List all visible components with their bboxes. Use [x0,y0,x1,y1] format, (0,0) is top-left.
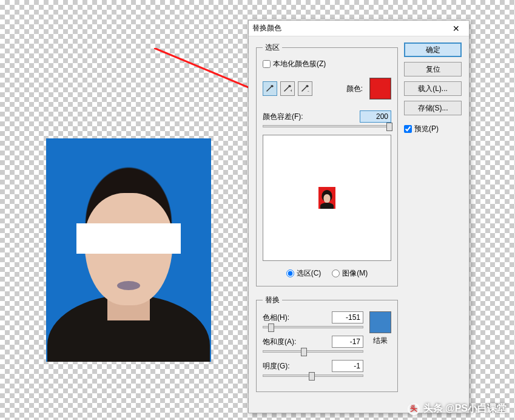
result-label: 结果 [373,336,388,346]
fuzziness-slider-thumb[interactable] [386,123,392,131]
ok-button[interactable]: 确定 [404,42,462,57]
preview-thumb-face [324,194,331,203]
close-icon: ✕ [453,24,460,33]
eyedropper-add-button[interactable]: + [280,81,295,96]
svg-text:-: - [308,88,309,93]
hue-slider[interactable] [263,326,363,328]
preview-thumb-body [320,203,334,209]
localized-checkbox-row[interactable]: 本地化颜色簇(Z) [263,59,391,69]
radio-image[interactable] [332,269,340,277]
fuzziness-input[interactable] [360,110,391,123]
reset-button[interactable]: 复位 [404,62,462,76]
radio-selection-label: 选区(C) [297,268,321,279]
replace-legend: 替换 [263,295,282,305]
replace-group: 替换 色相(H): 饱和度(A): [256,295,398,392]
svg-text:+: + [290,88,292,93]
radio-selection-row[interactable]: 选区(C) [286,268,321,279]
eyedropper-subtract-button[interactable]: - [298,81,312,96]
reset-button-label: 复位 [426,64,440,75]
selection-legend: 选区 [263,42,282,53]
eyedropper-icon [266,84,274,93]
result-color-swatch[interactable] [369,311,391,333]
eyedropper-button[interactable] [263,81,277,96]
radio-image-row[interactable]: 图像(M) [332,268,368,279]
hue-slider-thumb[interactable] [268,323,274,332]
save-button-label: 存储(S)... [418,103,448,113]
main-photo [46,138,211,362]
lightness-label: 明度(G): [263,361,299,371]
lightness-input[interactable] [332,360,363,372]
save-button[interactable]: 存储(S)... [404,101,462,115]
preview-thumbnail [318,187,335,209]
radio-selection[interactable] [286,269,294,277]
selection-color-swatch[interactable] [369,78,391,100]
replace-color-dialog: 替换颜色 ✕ 选区 本地化颜色簇(Z) + [248,20,470,413]
saturation-label: 饱和度(A): [263,337,299,347]
dialog-titlebar[interactable]: 替换颜色 ✕ [249,21,469,36]
eyedropper-plus-icon: + [283,84,292,93]
fuzziness-label: 颜色容差(F): [263,112,356,122]
hue-input[interactable] [332,311,363,323]
radio-image-label: 图像(M) [342,268,368,279]
lightness-slider[interactable] [263,374,363,377]
load-button[interactable]: 载入(L)... [404,81,462,96]
ok-button-label: 确定 [426,45,440,55]
close-button[interactable]: ✕ [447,22,465,35]
saturation-slider[interactable] [263,350,363,353]
localized-label: 本地化颜色簇(Z) [273,59,326,69]
preview-checkbox[interactable] [404,125,412,133]
saturation-input[interactable] [332,336,363,348]
hue-label: 色相(H): [263,313,299,323]
localized-checkbox[interactable] [263,60,271,68]
preview-checkbox-row[interactable]: 预览(P) [404,124,462,134]
watermark-text: 头条 @PS小白课堂 [423,402,507,415]
photo-mouth [117,281,140,290]
dialog-title: 替换颜色 [252,23,447,33]
watermark: 头 头条 @PS小白课堂 [408,402,507,415]
selection-preview [263,135,391,261]
selection-group: 选区 本地化颜色簇(Z) + - 颜色: [256,42,398,286]
watermark-icon: 头 [408,403,420,415]
selection-color-label: 颜色: [346,84,363,94]
saturation-slider-thumb[interactable] [301,348,307,356]
fuzziness-slider[interactable] [263,125,391,127]
photo-eye-censor [76,223,181,254]
load-button-label: 载入(L)... [418,84,448,94]
preview-checkbox-label: 预览(P) [414,124,439,134]
eyedropper-minus-icon: - [301,84,309,93]
lightness-slider-thumb[interactable] [309,372,315,381]
